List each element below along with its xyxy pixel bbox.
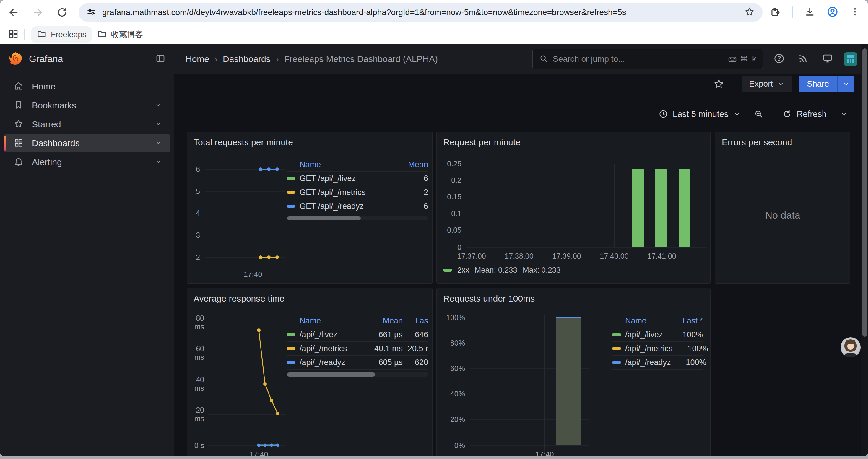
table-row[interactable]: /api/_/readyz 100% [612,356,703,369]
table-row[interactable]: /api/_/livez 661 µs 646 [286,328,428,342]
sidebar-item-dashboards[interactable]: Dashboards [4,134,170,153]
menu-kebab-icon[interactable] [850,6,860,18]
bar-chart [437,132,711,284]
col-name[interactable]: Name [625,316,668,326]
y-tick: 4 [187,209,200,218]
breadcrumb-dashboards[interactable]: Dashboards [223,54,271,64]
sidebar: Home Bookmarks Starred Dashboards [0,74,174,456]
sidebar-item-alerting[interactable]: Alerting [4,153,170,171]
assistant-avatar[interactable] [840,337,861,357]
extensions-icon[interactable] [770,6,781,19]
favorite-star-icon[interactable] [713,78,724,90]
page-scrollbar[interactable] [861,44,868,456]
legend-series[interactable]: 2xx [457,266,469,275]
series-color-pill [612,347,621,350]
col-name[interactable]: Name [300,316,364,326]
refresh-icon [782,109,792,119]
chevron-down-icon[interactable] [155,101,162,110]
y-tick: 6 [187,165,200,174]
col-last[interactable]: Last * [668,316,703,326]
export-button[interactable]: Export [742,76,792,92]
table-scrollbar[interactable] [286,216,428,220]
col-mean[interactable]: Mean [364,316,403,326]
breadcrumb-home[interactable]: Home [186,54,209,64]
x-tick: 17:40:00 [593,252,635,261]
chevron-down-icon[interactable] [155,120,162,129]
y-tick: 0% [437,441,465,450]
x-tick: 17:40 [533,450,556,456]
address-bar[interactable]: grafana.mathmast.com/d/deytv4rwavabkb/fr… [79,3,763,22]
time-range-button[interactable]: Last 5 minutes [652,105,747,123]
y-tick: 60 ms [187,345,204,362]
zoom-out-button[interactable] [747,105,770,123]
panel-title[interactable]: Average response time [187,288,432,304]
share-button[interactable]: Share [799,76,837,92]
table-row[interactable]: /api/_/livez 100% [612,328,703,342]
y-tick: 80% [437,339,465,347]
refresh-interval-button[interactable] [833,105,854,123]
breadcrumb-current: Freeleaps Metrics Dashboard (ALPHA) [284,54,438,64]
sidebar-item-bookmarks[interactable]: Bookmarks [4,96,170,114]
table-row[interactable]: GET /api/_/livez 6 [286,172,428,186]
x-tick: 17:40 [241,270,265,279]
url-text[interactable]: grafana.mathmast.com/d/deytv4rwavabkb/fr… [102,8,738,17]
user-avatar[interactable] [844,52,857,66]
y-tick: 60% [437,364,465,373]
table-row[interactable]: GET /api/_/metrics 2 [286,186,428,199]
sidebar-toggle-icon[interactable] [155,53,166,65]
table-row[interactable]: /api/_/metrics 40.1 ms 20.5 r [286,342,428,356]
site-settings-icon[interactable] [86,7,96,18]
sidebar-item-home[interactable]: Home [4,77,170,96]
x-tick: 17:40 [247,450,271,456]
panel-title[interactable]: Request per minute [437,132,710,147]
download-icon[interactable] [804,6,815,19]
folder-icon [97,29,107,41]
search-placeholder: Search or jump to... [553,54,723,64]
no-data-message: No data [715,209,850,221]
help-icon[interactable] [773,53,785,65]
table-scrollbar[interactable] [286,372,428,376]
search-shortcut: ⌘+k [728,54,756,64]
header-icons [773,53,833,65]
search-icon [539,54,548,64]
folder-icon [37,29,47,41]
window-edge [0,456,868,459]
news-rss-icon[interactable] [798,53,809,65]
col-name[interactable]: Name [300,160,396,169]
apps-grid-icon[interactable] [8,28,19,41]
back-icon[interactable] [8,6,20,18]
x-tick: 17:38:00 [498,252,540,261]
grafana-logo-icon[interactable] [8,52,23,67]
col-last[interactable]: Las [403,316,428,326]
bookmarks-bar: Freeleaps 收藏博客 [0,25,868,44]
scrollbar-thumb[interactable] [862,48,867,337]
table-row[interactable]: /api/_/readyz 605 µs 620 [286,356,428,369]
bookmark-folder-blogs[interactable]: 收藏博客 [92,26,148,43]
search-input[interactable]: Search or jump to... ⌘+k [532,49,763,69]
panel-title[interactable]: Total requests per minute [187,132,432,147]
chevron-down-icon[interactable] [155,139,162,148]
kiosk-monitor-icon[interactable] [822,53,833,65]
table-row[interactable]: GET /api/_/readyz 6 [286,199,428,213]
time-controls: Last 5 minutes Refresh [652,105,855,123]
panel-request-per-minute: Request per minute 0.25 0.2 0.15 0.1 0.0… [436,132,711,284]
bookmark-folder-freeleaps[interactable]: Freeleaps [31,26,92,43]
panel-title[interactable]: Requests under 100ms [437,288,710,304]
sidebar-item-starred[interactable]: Starred [4,115,170,133]
y-tick: 20% [437,415,465,424]
series-color-pill [286,333,296,336]
panel-title[interactable]: Errors per second [715,132,850,147]
refresh-button[interactable]: Refresh [776,105,833,123]
y-tick: 0 [437,243,462,252]
y-tick: 40 ms [187,375,204,393]
profile-icon[interactable] [827,6,838,19]
x-tick: 17:39:00 [546,252,587,261]
forward-icon[interactable] [32,6,44,18]
reload-icon[interactable] [56,6,68,18]
panel-requests-under-100ms: Requests under 100ms 100% 80% 60% 40% 20… [436,288,711,456]
col-mean[interactable]: Mean [396,160,428,169]
chevron-down-icon[interactable] [155,158,162,167]
table-row[interactable]: /api/_/metrics 100% [612,342,703,356]
share-menu-button[interactable] [837,76,855,92]
bookmark-star-icon[interactable] [744,6,755,18]
